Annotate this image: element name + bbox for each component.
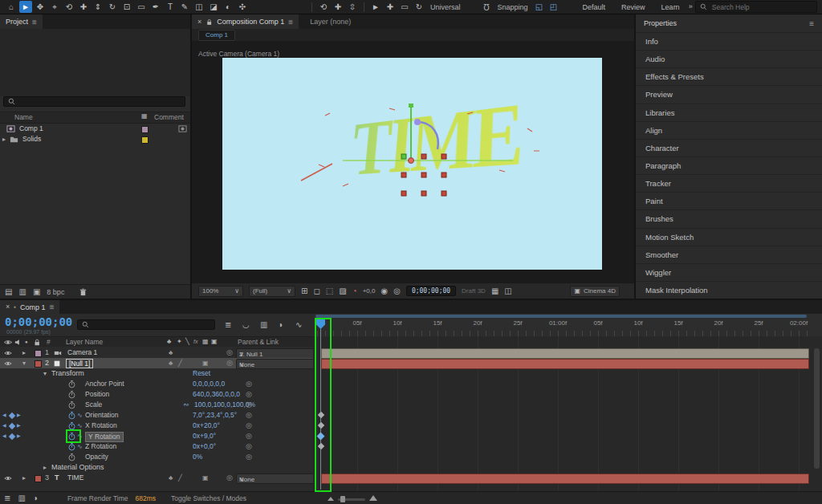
shape-tool-icon[interactable]: ▭ bbox=[135, 1, 148, 13]
video-column-icon[interactable] bbox=[3, 338, 13, 347]
eraser-tool-icon[interactable]: ◪ bbox=[207, 1, 220, 13]
panel-tab-character[interactable]: Character bbox=[636, 139, 822, 156]
workspace-overflow-icon[interactable]: » bbox=[689, 3, 693, 10]
property-row-orientation[interactable]: ◀ ▶ ∿ Orientation 7,0°,23,4°,0,5° ◎ bbox=[0, 410, 313, 421]
track-area[interactable] bbox=[313, 336, 822, 491]
lock-column-icon[interactable] bbox=[33, 338, 41, 347]
home-icon[interactable]: ⌂ bbox=[5, 1, 18, 13]
project-search-box[interactable] bbox=[3, 96, 185, 107]
panel-menu-icon[interactable]: ≡ bbox=[32, 18, 37, 26]
panel-tab-info[interactable]: Info bbox=[636, 32, 822, 50]
property-value[interactable]: 640,0,360,0,0,0 bbox=[193, 389, 240, 400]
layer-row-camera[interactable]: ▸ 1 Camera 1 ♣ ◎ 2. Null 1 ∨ bbox=[0, 348, 313, 358]
pan-under-cursor-icon[interactable]: ✚ bbox=[332, 1, 344, 13]
composition-viewport[interactable]: TIME bbox=[222, 58, 602, 270]
panel-tab-libraries[interactable]: Libraries bbox=[636, 104, 822, 121]
material-options-group-row[interactable]: ▸ Material Options bbox=[0, 462, 313, 473]
panel-tab-paragraph[interactable]: Paragraph bbox=[636, 156, 822, 174]
panel-tab-effects-presets[interactable]: Effects & Presets bbox=[636, 67, 822, 85]
toggle-switches-modes-button[interactable]: Toggle Switches / Modes bbox=[171, 494, 246, 502]
mask-visibility-icon[interactable]: ◻ bbox=[313, 287, 319, 295]
composition-tab[interactable]: × Composition Comp 1 ≡ bbox=[192, 14, 299, 29]
panel-tab-brushes[interactable]: Brushes bbox=[636, 209, 822, 227]
choose-grid-icon[interactable]: ⊞ bbox=[301, 287, 307, 295]
workspace-review[interactable]: Review bbox=[621, 3, 645, 11]
time-ruler[interactable]: 05f 10f 15f 20f 25f 01:00f 05f 10f 15f 2… bbox=[313, 314, 822, 337]
close-icon[interactable]: × bbox=[197, 18, 201, 26]
dolly-to-cursor-icon[interactable]: ⇳ bbox=[346, 1, 359, 13]
keyframe-at-time-icon[interactable] bbox=[9, 423, 15, 429]
gizmo-scale-icon[interactable]: ▭ bbox=[398, 1, 411, 13]
stopwatch-icon[interactable] bbox=[67, 453, 76, 461]
graph-overlay-icon[interactable]: ∿ bbox=[77, 441, 83, 452]
property-row-anchor-point[interactable]: Anchor Point 0,0,0,0,0,0 ◎ bbox=[0, 379, 313, 389]
audio-column-icon[interactable] bbox=[14, 338, 22, 347]
quality-switch[interactable]: ╱ bbox=[178, 473, 182, 483]
graph-editor-icon[interactable]: ∿ bbox=[295, 321, 302, 329]
property-label[interactable]: Position bbox=[85, 389, 109, 400]
keyframe-at-time-icon[interactable] bbox=[9, 433, 15, 440]
layer-bar-camera[interactable] bbox=[321, 348, 809, 359]
gizmo-position-icon[interactable]: ✚ bbox=[384, 1, 397, 13]
stopwatch-icon[interactable] bbox=[67, 400, 76, 409]
view-layout-label[interactable]: Active Camera (Camera 1) bbox=[198, 50, 279, 58]
property-value[interactable]: 0,0,0,0,0,0 bbox=[193, 379, 225, 389]
keyframe-diamond-x-rotation[interactable] bbox=[318, 422, 324, 429]
panel-tab-align[interactable]: Align bbox=[636, 121, 822, 139]
property-pickwhip-icon[interactable]: ◎ bbox=[246, 421, 252, 431]
property-row-x-rotation[interactable]: ◀ ▶ ∿ X Rotation 0x+20,0° ◎ bbox=[0, 421, 313, 431]
3d-layer-switch[interactable]: ▣ bbox=[202, 358, 209, 368]
motion-blur-icon[interactable]: ◑ bbox=[278, 321, 283, 329]
property-row-y-rotation[interactable]: ◀ ▶ ∿ Y Rotation 0x+9,0° ◎ bbox=[0, 431, 313, 441]
work-area-bar[interactable] bbox=[315, 315, 807, 318]
panel-menu-icon[interactable]: ≡ bbox=[50, 303, 55, 311]
property-value[interactable]: 7,0°,23,4°,0,5° bbox=[193, 410, 237, 421]
viewer-lock-icon[interactable] bbox=[206, 18, 213, 26]
layer-name[interactable]: TIME bbox=[67, 473, 83, 483]
effects-switch-icon[interactable]: fx bbox=[193, 337, 197, 347]
current-timecode[interactable]: 0;00;00;00 bbox=[5, 315, 72, 328]
label-color-chip[interactable] bbox=[35, 360, 42, 368]
panel-tab-paint[interactable]: Paint bbox=[636, 192, 822, 209]
layer-row-null[interactable]: ▾ 2 [Null 1] ♣ ╱ ▣ ◎ None ∨ bbox=[0, 358, 313, 368]
panel-tab-smoother[interactable]: Smoother bbox=[636, 246, 822, 263]
parent-dropdown[interactable]: None ∨ bbox=[236, 474, 315, 484]
snapshot-icon[interactable]: ◉ bbox=[380, 287, 388, 295]
property-pickwhip-icon[interactable]: ◎ bbox=[246, 389, 252, 400]
clone-stamp-tool-icon[interactable]: ◫ bbox=[193, 1, 206, 13]
help-search-input[interactable] bbox=[710, 2, 812, 12]
property-value[interactable]: 0x+9,0° bbox=[193, 431, 216, 441]
shy-switch[interactable]: ♣ bbox=[169, 358, 173, 368]
timeline-tab[interactable]: × ▪ Comp 1 ≡ bbox=[0, 300, 59, 314]
3d-switch-icon[interactable]: ▣ bbox=[211, 339, 218, 345]
exposure-value[interactable]: +0,0 bbox=[363, 287, 376, 295]
property-pickwhip-icon[interactable]: ◎ bbox=[246, 431, 252, 441]
label-swatch-column-icon[interactable]: ▦ bbox=[141, 113, 148, 120]
zoom-tool-icon[interactable]: ⌖ bbox=[48, 1, 61, 13]
panel-tab-audio[interactable]: Audio bbox=[636, 50, 822, 67]
new-composition-icon[interactable]: ▣ bbox=[33, 288, 40, 296]
expander-icon[interactable]: ▸ bbox=[22, 473, 26, 483]
breadcrumb-comp-tab[interactable]: Comp 1 bbox=[198, 30, 235, 41]
draft-3d-toggle[interactable]: Draft 3D bbox=[462, 287, 486, 295]
label-color-swatch[interactable] bbox=[141, 136, 149, 144]
label-color-swatch[interactable] bbox=[141, 126, 149, 133]
property-pickwhip-icon[interactable]: ◎ bbox=[246, 379, 252, 389]
expander-icon[interactable]: ▸ bbox=[22, 348, 26, 358]
stopwatch-icon[interactable] bbox=[67, 421, 76, 430]
expander-icon[interactable]: ▸ bbox=[43, 462, 47, 473]
project-item-label[interactable]: Solids bbox=[22, 134, 41, 144]
project-item-label[interactable]: Comp 1 bbox=[19, 124, 43, 134]
frame-blending-icon[interactable]: ▥ bbox=[260, 321, 267, 329]
reset-link[interactable]: Reset bbox=[193, 368, 210, 379]
property-row-scale[interactable]: Scale ∾ 100,0,100,0,100,0% ◎ bbox=[0, 400, 313, 410]
close-icon[interactable]: × bbox=[6, 303, 10, 311]
shy-layers-icon[interactable]: ◡ bbox=[242, 321, 250, 329]
layer-name[interactable]: Camera 1 bbox=[67, 348, 97, 358]
properties-panel-header[interactable]: Properties ≡ bbox=[636, 14, 822, 32]
property-label[interactable]: Scale bbox=[85, 400, 102, 410]
project-search-input[interactable] bbox=[18, 97, 181, 107]
snap-option-2-icon[interactable]: ◰ bbox=[547, 1, 560, 13]
show-snapshot-icon[interactable]: ◎ bbox=[393, 287, 401, 295]
property-row-z-rotation[interactable]: ∿ Z Rotation 0x+0,0° ◎ bbox=[0, 441, 313, 452]
